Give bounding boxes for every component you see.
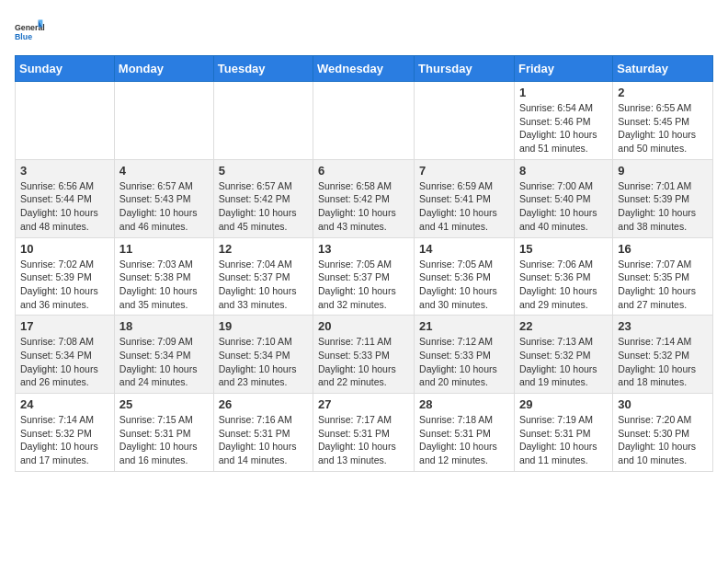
day-number: 6 xyxy=(318,164,409,178)
day-number: 18 xyxy=(119,319,209,333)
day-number: 28 xyxy=(419,397,509,411)
calendar-week-4: 17Sunrise: 7:08 AM Sunset: 5:34 PM Dayli… xyxy=(16,316,713,394)
calendar-day-25: 25Sunrise: 7:15 AM Sunset: 5:31 PM Dayli… xyxy=(114,394,213,472)
day-info: Sunrise: 7:07 AM Sunset: 5:35 PM Dayligh… xyxy=(618,258,708,312)
day-info: Sunrise: 7:13 AM Sunset: 5:32 PM Dayligh… xyxy=(519,335,608,389)
day-number: 29 xyxy=(519,397,608,411)
day-info: Sunrise: 7:01 AM Sunset: 5:39 PM Dayligh… xyxy=(618,179,708,234)
weekday-header-saturday: Saturday xyxy=(613,56,713,82)
calendar-week-3: 10Sunrise: 7:02 AM Sunset: 5:39 PM Dayli… xyxy=(16,237,713,316)
day-info: Sunrise: 7:20 AM Sunset: 5:30 PM Dayligh… xyxy=(618,413,708,467)
day-info: Sunrise: 7:05 AM Sunset: 5:37 PM Dayligh… xyxy=(318,258,409,312)
calendar-empty-cell xyxy=(114,82,213,160)
day-number: 27 xyxy=(318,397,409,411)
calendar-empty-cell xyxy=(415,82,515,160)
day-info: Sunrise: 6:57 AM Sunset: 5:43 PM Dayligh… xyxy=(119,179,209,234)
calendar-day-20: 20Sunrise: 7:11 AM Sunset: 5:33 PM Dayli… xyxy=(313,316,415,394)
day-number: 19 xyxy=(219,319,308,333)
day-info: Sunrise: 7:10 AM Sunset: 5:34 PM Dayligh… xyxy=(219,335,308,389)
calendar-day-23: 23Sunrise: 7:14 AM Sunset: 5:32 PM Dayli… xyxy=(613,316,713,394)
day-info: Sunrise: 6:56 AM Sunset: 5:44 PM Dayligh… xyxy=(20,179,109,234)
day-info: Sunrise: 7:19 AM Sunset: 5:31 PM Dayligh… xyxy=(519,413,608,467)
calendar-day-10: 10Sunrise: 7:02 AM Sunset: 5:39 PM Dayli… xyxy=(16,237,115,316)
day-info: Sunrise: 7:16 AM Sunset: 5:31 PM Dayligh… xyxy=(219,413,308,467)
calendar-day-13: 13Sunrise: 7:05 AM Sunset: 5:37 PM Dayli… xyxy=(313,237,415,316)
calendar-day-21: 21Sunrise: 7:12 AM Sunset: 5:33 PM Dayli… xyxy=(415,316,515,394)
calendar-table: SundayMondayTuesdayWednesdayThursdayFrid… xyxy=(15,55,713,472)
day-info: Sunrise: 6:57 AM Sunset: 5:42 PM Dayligh… xyxy=(219,179,308,234)
calendar-day-19: 19Sunrise: 7:10 AM Sunset: 5:34 PM Dayli… xyxy=(213,316,313,394)
day-info: Sunrise: 7:08 AM Sunset: 5:34 PM Dayligh… xyxy=(20,335,109,389)
day-info: Sunrise: 6:59 AM Sunset: 5:41 PM Dayligh… xyxy=(419,179,509,234)
day-number: 16 xyxy=(618,242,708,256)
weekday-header-tuesday: Tuesday xyxy=(213,56,313,82)
calendar-week-5: 24Sunrise: 7:14 AM Sunset: 5:32 PM Dayli… xyxy=(16,394,713,472)
weekday-header-wednesday: Wednesday xyxy=(313,56,415,82)
day-info: Sunrise: 7:04 AM Sunset: 5:37 PM Dayligh… xyxy=(219,258,308,312)
day-number: 4 xyxy=(119,164,209,178)
weekday-header-thursday: Thursday xyxy=(415,56,515,82)
day-number: 20 xyxy=(318,319,409,333)
day-info: Sunrise: 6:55 AM Sunset: 5:45 PM Dayligh… xyxy=(618,101,708,155)
calendar-empty-cell xyxy=(313,82,415,160)
logo-icon: GeneralBlue xyxy=(15,15,48,48)
calendar-day-14: 14Sunrise: 7:05 AM Sunset: 5:36 PM Dayli… xyxy=(415,237,515,316)
day-info: Sunrise: 7:06 AM Sunset: 5:36 PM Dayligh… xyxy=(519,258,608,312)
day-number: 12 xyxy=(219,242,308,256)
calendar-day-15: 15Sunrise: 7:06 AM Sunset: 5:36 PM Dayli… xyxy=(514,237,612,316)
weekday-header-sunday: Sunday xyxy=(16,56,115,82)
weekday-header-monday: Monday xyxy=(114,56,213,82)
calendar-day-2: 2Sunrise: 6:55 AM Sunset: 5:45 PM Daylig… xyxy=(613,82,713,160)
day-number: 22 xyxy=(519,319,608,333)
day-info: Sunrise: 7:12 AM Sunset: 5:33 PM Dayligh… xyxy=(419,335,509,389)
day-number: 13 xyxy=(318,242,409,256)
calendar-day-30: 30Sunrise: 7:20 AM Sunset: 5:30 PM Dayli… xyxy=(613,394,713,472)
calendar-day-3: 3Sunrise: 6:56 AM Sunset: 5:44 PM Daylig… xyxy=(16,159,115,237)
day-info: Sunrise: 6:54 AM Sunset: 5:46 PM Dayligh… xyxy=(519,101,608,155)
day-info: Sunrise: 7:02 AM Sunset: 5:39 PM Dayligh… xyxy=(20,258,109,312)
calendar-day-6: 6Sunrise: 6:58 AM Sunset: 5:42 PM Daylig… xyxy=(313,159,415,237)
calendar-day-18: 18Sunrise: 7:09 AM Sunset: 5:34 PM Dayli… xyxy=(114,316,213,394)
day-info: Sunrise: 7:17 AM Sunset: 5:31 PM Dayligh… xyxy=(318,413,409,467)
calendar-day-29: 29Sunrise: 7:19 AM Sunset: 5:31 PM Dayli… xyxy=(514,394,612,472)
calendar-day-7: 7Sunrise: 6:59 AM Sunset: 5:41 PM Daylig… xyxy=(415,159,515,237)
calendar-day-4: 4Sunrise: 6:57 AM Sunset: 5:43 PM Daylig… xyxy=(114,159,213,237)
weekday-header-friday: Friday xyxy=(514,56,612,82)
day-number: 26 xyxy=(219,397,308,411)
day-number: 24 xyxy=(20,397,109,411)
day-number: 10 xyxy=(20,242,109,256)
logo: GeneralBlue xyxy=(15,15,48,48)
weekday-header-row: SundayMondayTuesdayWednesdayThursdayFrid… xyxy=(16,56,713,82)
day-info: Sunrise: 7:11 AM Sunset: 5:33 PM Dayligh… xyxy=(318,335,409,389)
calendar-day-11: 11Sunrise: 7:03 AM Sunset: 5:38 PM Dayli… xyxy=(114,237,213,316)
day-number: 7 xyxy=(419,164,509,178)
day-number: 9 xyxy=(618,164,708,178)
day-info: Sunrise: 7:14 AM Sunset: 5:32 PM Dayligh… xyxy=(618,335,708,389)
day-number: 8 xyxy=(519,164,608,178)
day-number: 25 xyxy=(119,397,209,411)
day-number: 17 xyxy=(20,319,109,333)
day-number: 5 xyxy=(219,164,308,178)
calendar-empty-cell xyxy=(16,82,115,160)
calendar-day-24: 24Sunrise: 7:14 AM Sunset: 5:32 PM Dayli… xyxy=(16,394,115,472)
day-number: 30 xyxy=(618,397,708,411)
calendar-week-1: 1Sunrise: 6:54 AM Sunset: 5:46 PM Daylig… xyxy=(16,82,713,160)
calendar-week-2: 3Sunrise: 6:56 AM Sunset: 5:44 PM Daylig… xyxy=(16,159,713,237)
calendar-day-1: 1Sunrise: 6:54 AM Sunset: 5:46 PM Daylig… xyxy=(514,82,612,160)
calendar-day-28: 28Sunrise: 7:18 AM Sunset: 5:31 PM Dayli… xyxy=(415,394,515,472)
calendar-day-16: 16Sunrise: 7:07 AM Sunset: 5:35 PM Dayli… xyxy=(613,237,713,316)
day-number: 14 xyxy=(419,242,509,256)
day-info: Sunrise: 7:00 AM Sunset: 5:40 PM Dayligh… xyxy=(519,179,608,234)
day-info: Sunrise: 7:18 AM Sunset: 5:31 PM Dayligh… xyxy=(419,413,509,467)
svg-text:Blue: Blue xyxy=(15,32,32,41)
calendar-day-9: 9Sunrise: 7:01 AM Sunset: 5:39 PM Daylig… xyxy=(613,159,713,237)
calendar-day-26: 26Sunrise: 7:16 AM Sunset: 5:31 PM Dayli… xyxy=(213,394,313,472)
day-number: 15 xyxy=(519,242,608,256)
day-info: Sunrise: 7:09 AM Sunset: 5:34 PM Dayligh… xyxy=(119,335,209,389)
day-number: 3 xyxy=(20,164,109,178)
calendar-day-22: 22Sunrise: 7:13 AM Sunset: 5:32 PM Dayli… xyxy=(514,316,612,394)
day-info: Sunrise: 7:05 AM Sunset: 5:36 PM Dayligh… xyxy=(419,258,509,312)
calendar-day-17: 17Sunrise: 7:08 AM Sunset: 5:34 PM Dayli… xyxy=(16,316,115,394)
day-number: 21 xyxy=(419,319,509,333)
day-info: Sunrise: 7:14 AM Sunset: 5:32 PM Dayligh… xyxy=(20,413,109,467)
